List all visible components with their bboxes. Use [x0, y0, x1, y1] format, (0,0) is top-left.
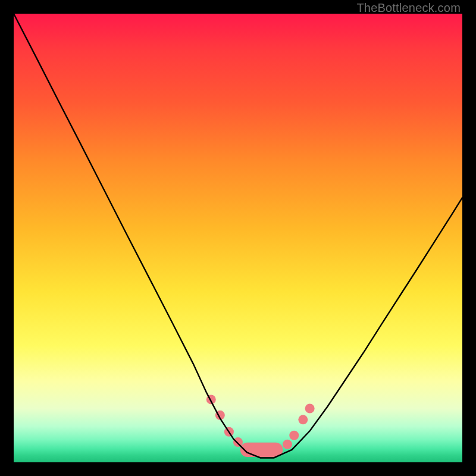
- watermark-text: TheBottleneck.com: [356, 1, 461, 15]
- marker-dot: [289, 431, 299, 440]
- plot-area: [14, 14, 462, 462]
- marker-dot: [242, 443, 252, 453]
- marker-dot: [305, 404, 315, 414]
- marker-dot: [253, 446, 263, 455]
- chart-svg: [14, 14, 462, 462]
- marker-dot: [233, 437, 243, 447]
- marker-dot: [298, 415, 308, 424]
- chart-frame: TheBottleneck.com: [0, 0, 476, 476]
- bottleneck-curve: [14, 14, 462, 458]
- marker-dot: [283, 440, 292, 449]
- marker-layer: [206, 394, 315, 457]
